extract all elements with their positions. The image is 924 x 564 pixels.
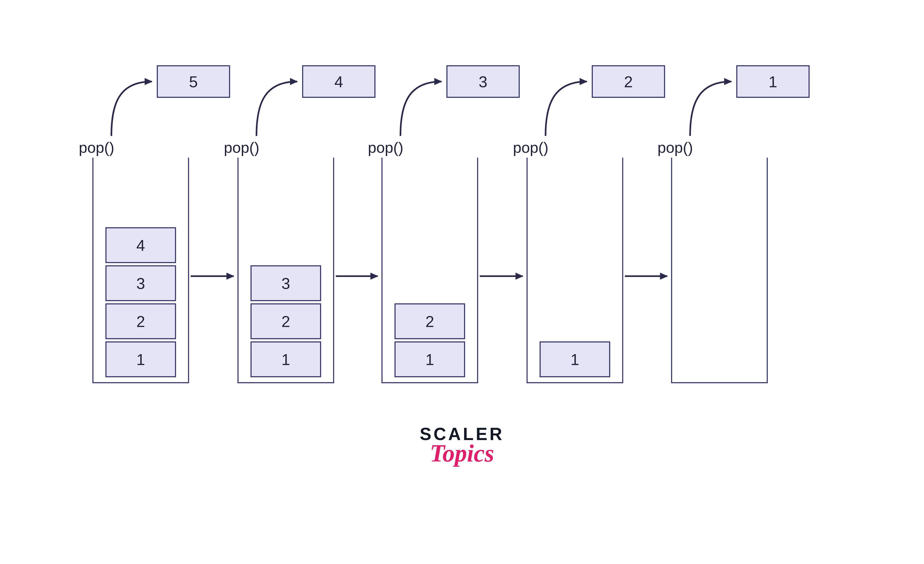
brand-logo: SCALERTopics xyxy=(420,424,504,467)
brand-logo-bottom: Topics xyxy=(420,439,504,467)
diagram-canvas: 5pop()12344pop()1233pop()122pop()11pop()… xyxy=(0,0,924,564)
svg-marker-12 xyxy=(724,78,731,85)
pop-arrow xyxy=(0,0,924,564)
stack-container xyxy=(671,158,768,383)
